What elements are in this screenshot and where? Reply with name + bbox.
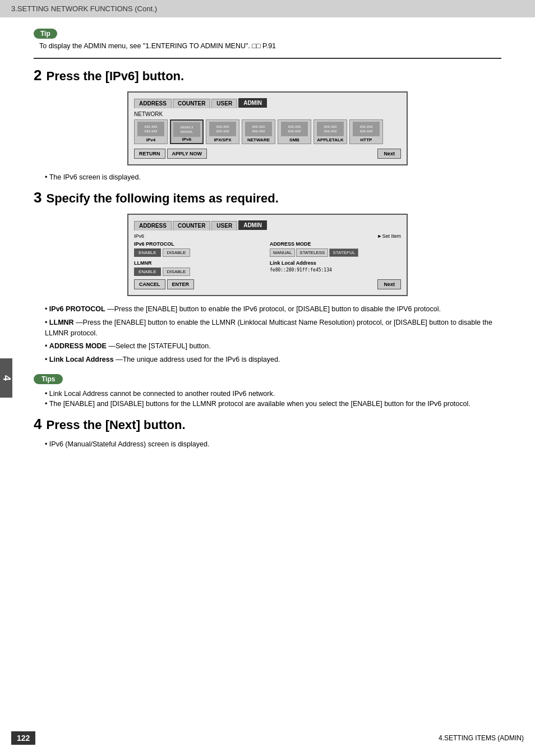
llmnr-disable-button[interactable]: DISABLE — [163, 268, 191, 276]
divider-top — [34, 58, 501, 59]
step3-menu-bar: ADDRESS COUNTER USER ADMIN — [134, 220, 401, 230]
netware-cell[interactable]: xxx.xxx xxx.xxx NETWARE — [242, 119, 275, 144]
ipv6-inner: xxxxx.x xxxxxx. — [173, 122, 200, 137]
ipv6-cell[interactable]: xxxxx.x xxxxxx. IPv6 — [170, 119, 204, 144]
ipxspx-cell[interactable]: xxx.xxx xxx.xxx IPX/SPX — [206, 119, 239, 144]
tip-badge: Tip — [34, 29, 57, 39]
screen-left: IPv6 PROTOCOL ENABLE DISABLE LLMNR ENABL… — [134, 241, 265, 279]
address-mode-row: MANUAL STATELESS STATEFUL — [270, 248, 401, 257]
ipv6-enable-disable: ENABLE DISABLE — [134, 248, 265, 257]
appletalk-inner: xxx.xxx xxx.xxx — [317, 122, 344, 136]
step3-bullet-2: LLMNR —Press the [ENABLE] button to enab… — [45, 317, 501, 339]
smb-inner: xxx.xxx xxx.xxx — [281, 122, 308, 136]
apply-now-button[interactable]: APPLY NOW — [167, 149, 207, 159]
llmnr-label: LLMNR — [134, 260, 265, 266]
user-tab[interactable]: USER — [211, 99, 237, 108]
step4-bullet: IPv6 (Manual/Stateful Address) screen is… — [45, 440, 501, 448]
step3-number: 3 — [34, 190, 41, 205]
return-button[interactable]: RETURN — [134, 149, 165, 159]
step4-title: Press the [Next] button. — [46, 418, 185, 432]
tip-box: Tip To display the ADMIN menu, see "1.EN… — [34, 29, 501, 50]
llmnr-desc: —Press the [ENABLE] button to enable the… — [45, 319, 492, 337]
step3-btn-row: CANCEL ENTER Next — [134, 279, 401, 289]
address-mode-desc: —Select the [STATEFUL] button. — [108, 342, 210, 350]
address-mode-label: ADDRESS MODE — [270, 241, 401, 247]
page-footer: 122 4.SETTING ITEMS (ADMIN) — [11, 731, 524, 745]
main-content: Tip To display the ADMIN menu, see "1.EN… — [0, 17, 535, 756]
ipv4-cell[interactable]: xxx.xxx xxx.xxx IPv4 — [134, 119, 168, 144]
http-cell[interactable]: xxx.xxx xxx.xxx HTTP — [349, 119, 383, 144]
step2-screenshot: ADDRESS COUNTER USER ADMIN NETWORK xxx.x… — [127, 91, 408, 165]
link-local-label: Link Local Address — [270, 260, 401, 266]
sidebar-tab: 4 — [0, 358, 12, 398]
admin-tab[interactable]: ADMIN — [238, 98, 267, 108]
tips-box: Tips Link Local Address cannot be connec… — [34, 374, 501, 408]
protocol-grid: xxx.xxx xxx.xxx IPv4 xxxxx.x xxxxxx. IPv… — [134, 119, 401, 144]
tips-badge: Tips — [34, 374, 63, 384]
ipv6-disable-button[interactable]: DISABLE — [163, 248, 191, 257]
step3-counter-tab[interactable]: COUNTER — [173, 221, 210, 231]
http-inner: xxx.xxx xxx.xxx — [353, 122, 380, 136]
smb-cell[interactable]: xxx.xxx xxx.xxx SMB — [278, 119, 311, 144]
screen-title-row: IPv6 ►Set Item — [134, 233, 401, 239]
tip-text: To display the ADMIN menu, see "1.ENTERI… — [39, 42, 501, 50]
link-local-desc: —The unique address used for the IPv6 is… — [116, 356, 280, 363]
llmnr-enable-button[interactable]: ENABLE — [134, 268, 161, 276]
step3-header: 3 Specify the following items as require… — [34, 190, 501, 206]
step2-left-buttons: RETURN APPLY NOW — [134, 149, 207, 159]
header-title: 3.SETTING NETWORK FUNCTIONS (Cont.) — [11, 4, 157, 13]
next-button-step3[interactable]: Next — [377, 279, 401, 289]
screen-right: ADDRESS MODE MANUAL STATELESS STATEFUL L… — [270, 241, 401, 279]
ipv6-protocol-label: IPv6 PROTOCOL — [134, 241, 265, 247]
page-number: 122 — [11, 731, 35, 745]
screen-content: IPv6 PROTOCOL ENABLE DISABLE LLMNR ENABL… — [134, 241, 401, 279]
link-addr-value: fe80::280:91ff:fe45:134 — [270, 268, 401, 273]
netware-inner: xxx.xxx xxx.xxx — [245, 122, 272, 136]
page-container: 3.SETTING NETWORK FUNCTIONS (Cont.) 4 Ti… — [0, 0, 535, 756]
step3-title: Specify the following items as required. — [46, 191, 278, 206]
footer-section-label: 4.SETTING ITEMS (ADMIN) — [439, 734, 524, 742]
network-label: NETWORK — [134, 111, 401, 117]
step3-left-buttons: CANCEL ENTER — [134, 279, 194, 289]
appletalk-cell[interactable]: xxx.xxx xxx.xxx APPLETALK — [313, 119, 347, 144]
tips-bullet-1: Link Local Address cannot be connected t… — [45, 390, 501, 398]
step2-header: 2 Press the [IPv6] button. — [34, 68, 501, 84]
link-local-section: Link Local Address fe80::280:91ff:fe45:1… — [270, 260, 401, 273]
manual-button[interactable]: MANUAL — [270, 248, 295, 257]
step3-bullet-4: Link Local Address —The unique address u… — [45, 354, 501, 365]
next-button-step2[interactable]: Next — [377, 149, 401, 159]
stateless-button[interactable]: STATELESS — [296, 248, 328, 257]
cancel-button[interactable]: CANCEL — [134, 279, 165, 289]
step3-admin-tab[interactable]: ADMIN — [238, 220, 267, 230]
tips-bullet-2: The [ENABLE] and [DISABLE] buttons for t… — [45, 400, 501, 408]
address-mode-term: ADDRESS MODE — [49, 342, 107, 350]
step2-number: 2 — [34, 68, 41, 82]
ipv6-enable-button[interactable]: ENABLE — [134, 248, 161, 257]
ipv6-screen-label: IPv6 — [134, 233, 144, 239]
step2-bullet: The IPv6 screen is displayed. — [45, 173, 501, 181]
step2-menu-bar: ADDRESS COUNTER USER ADMIN — [134, 98, 401, 108]
page-header: 3.SETTING NETWORK FUNCTIONS (Cont.) — [0, 0, 535, 17]
step3-screenshot: ADDRESS COUNTER USER ADMIN IPv6 ►Set Ite… — [127, 214, 408, 296]
step3-bullet-1: IPv6 PROTOCOL —Press the [ENABLE] button… — [45, 304, 501, 315]
step4-number: 4 — [34, 417, 41, 431]
address-tab[interactable]: ADDRESS — [134, 99, 172, 108]
step4-header: 4 Press the [Next] button. — [34, 417, 501, 432]
step3-address-tab[interactable]: ADDRESS — [134, 221, 172, 231]
step2-btn-row: RETURN APPLY NOW Next — [134, 149, 401, 159]
enter-button[interactable]: ENTER — [167, 279, 195, 289]
llmnr-enable-disable: ENABLE DISABLE — [134, 268, 265, 276]
step3-user-tab[interactable]: USER — [211, 221, 237, 231]
counter-tab[interactable]: COUNTER — [173, 99, 210, 108]
set-item-label: ►Set Item — [377, 233, 401, 239]
ipv6-protocol-term: IPv6 PROTOCOL — [49, 305, 105, 313]
stateful-button[interactable]: STATEFUL — [329, 248, 358, 257]
ipv6-protocol-desc: —Press the [ENABLE] button to enable the… — [107, 305, 441, 313]
ipxspx-inner: xxx.xxx xxx.xxx — [209, 122, 236, 136]
ipv4-inner: xxx.xxx xxx.xxx — [137, 122, 164, 136]
llmnr-term: LLMNR — [49, 319, 74, 326]
link-local-term: Link Local Address — [49, 356, 114, 363]
step2-title: Press the [IPv6] button. — [46, 69, 184, 84]
step3-bullet-3: ADDRESS MODE —Select the [STATEFUL] butt… — [45, 341, 501, 352]
